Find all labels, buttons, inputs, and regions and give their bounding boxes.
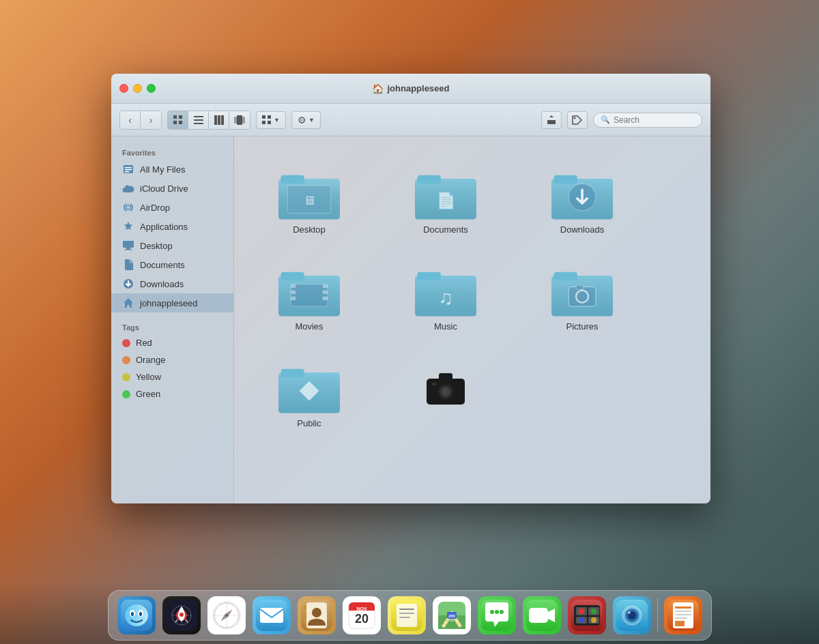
desktop-sidebar-icon [122, 239, 134, 252]
dock-messages[interactable] [476, 594, 518, 636]
list-view-button[interactable] [188, 111, 209, 129]
svg-point-110 [490, 610, 494, 614]
sidebar: Favorites All My Files [111, 136, 234, 503]
maps-dock-icon: 280 3D [433, 596, 471, 634]
dock-notes[interactable] [386, 594, 428, 636]
desktop-folder-item[interactable]: 🖥 Desktop [255, 164, 364, 240]
sidebar-item-airdrop[interactable]: AirDrop [111, 198, 233, 217]
action-dropdown[interactable]: ⚙ ▼ [291, 111, 321, 129]
svg-rect-68 [432, 383, 436, 385]
screenshot-item[interactable] [391, 357, 500, 434]
svg-rect-43 [291, 284, 328, 306]
svg-rect-64 [439, 373, 452, 381]
svg-rect-87 [304, 605, 306, 609]
pictures-folder-item[interactable]: Pictures [528, 261, 637, 337]
sidebar-item-applications[interactable]: Applications [111, 217, 233, 236]
svg-text:📄: 📄 [436, 191, 457, 210]
maximize-button[interactable] [147, 84, 156, 93]
dock-maps[interactable]: 280 3D [431, 594, 473, 636]
sidebar-tag-red[interactable]: Red [111, 334, 233, 351]
minimize-button[interactable] [133, 84, 142, 93]
downloads-folder-icon [551, 169, 613, 220]
close-button[interactable] [119, 84, 128, 93]
movies-folder-label: Movies [295, 321, 323, 332]
svg-text:3D: 3D [449, 618, 454, 622]
sidebar-item-all-my-files[interactable]: All My Files [111, 160, 233, 179]
svg-rect-25 [125, 249, 132, 250]
photobooth-dock-icon [568, 596, 606, 634]
all-my-files-label: All My Files [140, 164, 185, 175]
toolbar: ‹ › [111, 104, 710, 136]
dock-mail[interactable] [250, 594, 293, 636]
forward-button[interactable]: › [141, 111, 161, 129]
svg-point-129 [628, 611, 631, 614]
svg-rect-0 [173, 115, 177, 119]
sidebar-item-downloads[interactable]: Downloads [111, 274, 233, 293]
sidebar-item-home[interactable]: johnappleseed [111, 293, 233, 312]
icloud-label: iCloud Drive [140, 184, 188, 194]
svg-rect-29 [281, 175, 304, 184]
svg-point-111 [495, 610, 499, 614]
public-folder-item[interactable]: Public [255, 357, 364, 434]
search-box[interactable]: 🔍 [593, 113, 702, 128]
svg-rect-56 [554, 272, 577, 281]
svg-rect-8 [218, 115, 220, 125]
movies-folder-icon [278, 266, 340, 317]
file-grid: 🖥 Desktop [255, 164, 637, 434]
coverflow-view-button[interactable] [229, 111, 250, 129]
home-sidebar-icon [122, 297, 134, 309]
svg-rect-4 [194, 116, 203, 117]
svg-rect-7 [214, 115, 217, 125]
icon-view-button[interactable] [168, 111, 188, 129]
svg-rect-13 [262, 115, 265, 119]
svg-rect-5 [194, 119, 203, 121]
green-tag-dot [122, 390, 130, 398]
dock-facetime[interactable] [521, 594, 563, 636]
arrange-dropdown[interactable]: ▼ [256, 111, 286, 129]
svg-rect-6 [194, 123, 203, 124]
movies-folder-item[interactable]: Movies [255, 261, 364, 337]
dock-safari[interactable] [205, 594, 248, 636]
svg-rect-11 [234, 117, 237, 123]
svg-rect-136 [675, 621, 685, 626]
back-button[interactable]: ‹ [120, 111, 141, 129]
sidebar-item-icloud[interactable]: iCloud Drive [111, 179, 233, 198]
svg-rect-59 [576, 285, 584, 289]
sidebar-item-desktop[interactable]: Desktop [111, 236, 233, 255]
dock-contacts[interactable] [296, 594, 338, 636]
dock-pages[interactable] [662, 594, 704, 636]
column-view-button[interactable] [209, 111, 229, 129]
svg-point-22 [126, 205, 130, 209]
home-sidebar-label: johnappleseed [140, 298, 198, 308]
mail-dock-icon [253, 596, 291, 634]
sidebar-tag-orange[interactable]: Orange [111, 351, 233, 368]
svg-rect-14 [268, 115, 271, 119]
search-input[interactable] [614, 115, 695, 125]
dock-photobooth[interactable] [566, 594, 608, 636]
dock-isight[interactable] [611, 594, 653, 636]
orange-tag-label: Orange [136, 355, 165, 365]
sidebar-item-documents[interactable]: Documents [111, 255, 233, 274]
sidebar-tag-yellow[interactable]: Yellow [111, 368, 233, 385]
pages-dock-icon [664, 596, 702, 634]
main-area: Favorites All My Files [111, 136, 710, 503]
svg-rect-15 [262, 121, 265, 124]
svg-rect-42 [281, 272, 304, 281]
tag-button[interactable] [567, 111, 588, 129]
sidebar-tag-green[interactable]: Green [111, 385, 233, 402]
svg-rect-21 [125, 171, 129, 173]
svg-text:🖥: 🖥 [303, 194, 315, 207]
dock-finder[interactable] [115, 594, 158, 636]
documents-folder-item[interactable]: 📄 Documents [391, 164, 500, 240]
dock-calendar[interactable]: NOV 20 [341, 594, 383, 636]
dock: NOV 20 [0, 583, 819, 644]
title-bar: 🏠 johnappleseed [111, 74, 710, 104]
downloads-folder-item[interactable]: Downloads [528, 164, 637, 240]
svg-point-17 [574, 117, 576, 119]
svg-point-121 [579, 609, 584, 614]
dock-launchpad[interactable] [160, 594, 203, 636]
share-button[interactable] [541, 111, 562, 129]
airdrop-icon [122, 201, 134, 214]
svg-rect-16 [268, 121, 271, 124]
music-folder-item[interactable]: ♫ Music [391, 261, 500, 337]
